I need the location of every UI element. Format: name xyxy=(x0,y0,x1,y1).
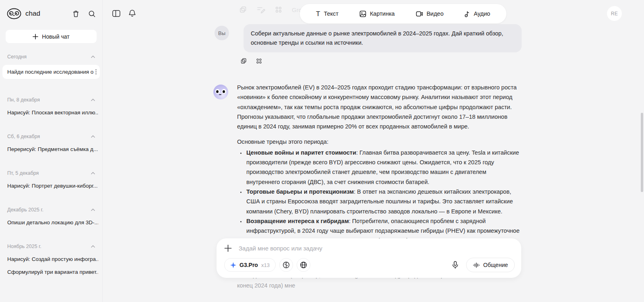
sidebar-item[interactable]: Сформулируй три варианта привет... xyxy=(4,269,98,275)
composer: G3.Pro x13 xyxy=(217,238,521,278)
grid-icon[interactable] xyxy=(275,6,283,14)
web-search-globe-icon[interactable] xyxy=(297,258,310,272)
message-input[interactable] xyxy=(238,244,515,252)
user-avatar: Вы xyxy=(215,26,229,40)
tab-label: Видео xyxy=(427,10,444,17)
group-label-text: Сб, 6 декабря xyxy=(7,134,40,139)
group-label-text: Сегодня xyxy=(7,54,27,60)
attach-plus-icon[interactable] xyxy=(224,244,232,252)
copy-icon[interactable] xyxy=(240,58,247,64)
sidebar-item[interactable]: Нарисуй: Портрет девушки-киборг... xyxy=(4,183,98,189)
model-selector[interactable]: G3.Pro x13 xyxy=(224,258,276,272)
scrollbar-thumb[interactable] xyxy=(641,113,643,192)
new-chat-button[interactable]: Новый чат xyxy=(6,30,97,43)
edit-icon[interactable] xyxy=(256,6,265,14)
sidebar-group-today: Сегодня xyxy=(7,54,95,60)
tab-label: Текст xyxy=(324,10,339,17)
user-message-text: Собери актуальные данные о рынке электро… xyxy=(251,30,503,46)
chat-item-title: Найди последние исследования о ... xyxy=(7,69,95,75)
sidebar-item[interactable]: Опиши детально локацию для 3D-... xyxy=(4,219,98,225)
composer-input-row xyxy=(224,244,515,252)
assistant-avatar xyxy=(213,85,228,99)
sidebar-item[interactable]: Перерисуй: Предметная съёмка д... xyxy=(4,146,98,152)
chevron-up-icon[interactable] xyxy=(91,245,95,248)
chevron-up-icon[interactable] xyxy=(91,99,95,101)
user-avatar-label: Вы xyxy=(218,30,225,36)
text-icon: T xyxy=(316,10,320,17)
mode-tabs: T Текст Картинка Видео Аудио xyxy=(300,4,506,23)
account-avatar[interactable]: RE xyxy=(607,6,622,21)
trash-icon[interactable] xyxy=(72,10,80,18)
equalizer-icon xyxy=(473,262,480,268)
sidebar-item[interactable]: Нарисуй: Создай простую инфогра... xyxy=(4,256,98,262)
group-label-text: Ноябрь 2025 г. xyxy=(7,244,41,249)
bell-icon[interactable] xyxy=(128,9,136,17)
group-label-text: Пн, 8 декабря xyxy=(7,97,40,103)
avatar-eye xyxy=(215,89,220,94)
sidebar-toggle-icon[interactable] xyxy=(112,9,120,17)
sidebar-item-current-chat[interactable]: Найди последние исследования о ... xyxy=(2,65,100,79)
user-message-actions xyxy=(240,58,522,64)
reasoning-toggle-icon[interactable] xyxy=(279,258,293,272)
copy-icon[interactable] xyxy=(239,6,247,14)
sidebar-group-mon8: Пн, 8 декабря xyxy=(7,97,95,103)
sidebar-header: chad xyxy=(2,0,100,20)
group-label-text: Декабрь 2025 г. xyxy=(7,207,43,213)
sidebar-group-sat6: Сб, 6 декабря xyxy=(7,134,95,139)
tab-label: Аудио xyxy=(474,10,490,17)
list-item: Торговые барьеры и протекционизм: В отве… xyxy=(246,187,520,216)
video-icon xyxy=(416,11,423,17)
composer-toolbar: G3.Pro x13 xyxy=(224,258,515,272)
music-note-icon xyxy=(464,10,470,17)
list-item: Ценовые войны и паритет стоимости: Главн… xyxy=(246,148,520,187)
chat-mode-selector[interactable]: Общение xyxy=(466,258,515,272)
user-message-bubble: Собери актуальные данные о рынке электро… xyxy=(244,24,522,52)
plus-icon xyxy=(33,34,38,39)
chevron-up-icon[interactable] xyxy=(91,56,95,58)
composer-right-controls: Общение xyxy=(448,258,515,272)
avatar-eye xyxy=(222,89,226,94)
sidebar-item[interactable]: Нарисуй: Плоская векторная иллю... xyxy=(4,110,98,116)
chevron-up-icon[interactable] xyxy=(91,209,95,211)
search-icon[interactable] xyxy=(88,10,96,18)
brand-name: chad xyxy=(25,10,40,18)
main-topbar xyxy=(112,9,136,17)
microphone-icon[interactable] xyxy=(448,258,462,272)
tab-image[interactable]: Картинка xyxy=(357,10,397,18)
grid-icon[interactable] xyxy=(256,58,262,64)
user-message-row: Вы Собери актуальные данные о рынке элек… xyxy=(213,24,522,52)
chevron-up-icon[interactable] xyxy=(91,135,95,138)
tab-video[interactable]: Видео xyxy=(413,10,446,17)
sidebar-group-november: Ноябрь 2025 г. xyxy=(7,244,95,249)
avatar-initials: RE xyxy=(611,11,618,17)
more-options-icon[interactable] xyxy=(95,69,97,74)
sidebar-group-december: Декабрь 2025 г. xyxy=(7,207,95,213)
image-icon xyxy=(359,10,366,17)
avatar-mouth xyxy=(219,94,221,95)
tab-label: Картинка xyxy=(370,10,395,17)
assistant-intro-paragraph: Рынок электромобилей (EV) в 2024–2025 го… xyxy=(237,83,520,131)
sparkle-icon xyxy=(230,262,236,268)
tab-audio[interactable]: Аудио xyxy=(462,10,493,18)
model-name: G3.Pro xyxy=(239,262,258,268)
sidebar: chad Новый чат Сегодня Найди последние и… xyxy=(0,0,103,302)
model-multiplier: x13 xyxy=(261,262,270,268)
tab-text[interactable]: T Текст xyxy=(314,10,341,18)
assistant-trends-heading: Основные тренды этого периода: xyxy=(237,137,520,147)
chad-logo-icon xyxy=(6,8,22,20)
group-label-text: Пт, 5 декабря xyxy=(7,170,39,176)
new-chat-label: Новый чат xyxy=(42,33,69,40)
mode-label: Общение xyxy=(483,262,508,268)
sidebar-group-fri5: Пт, 5 декабря xyxy=(7,170,95,176)
chevron-up-icon[interactable] xyxy=(91,172,95,174)
